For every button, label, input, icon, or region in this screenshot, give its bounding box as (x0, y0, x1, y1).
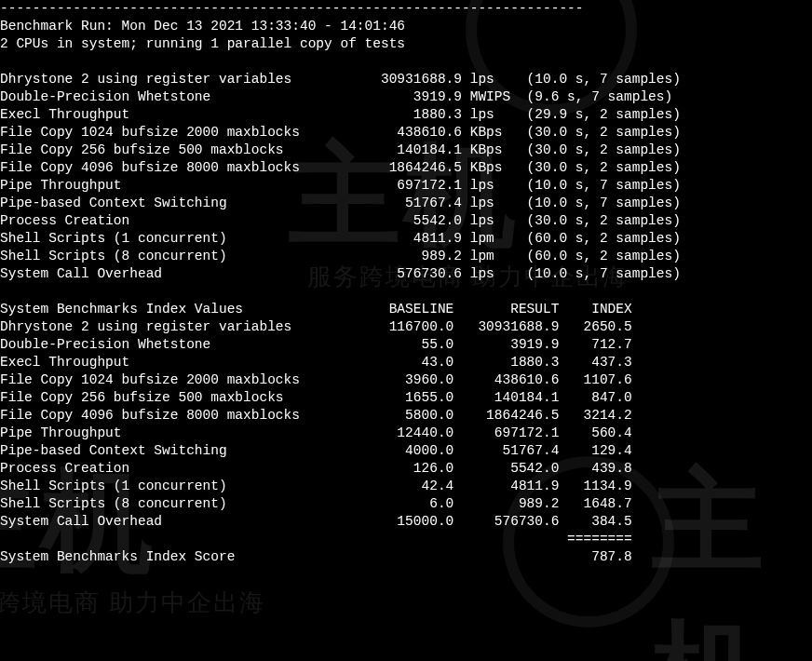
watermark-tagline-2: 服务跨境电商 助力中企出海 (0, 587, 265, 619)
terminal-output: ----------------------------------------… (0, 0, 812, 566)
